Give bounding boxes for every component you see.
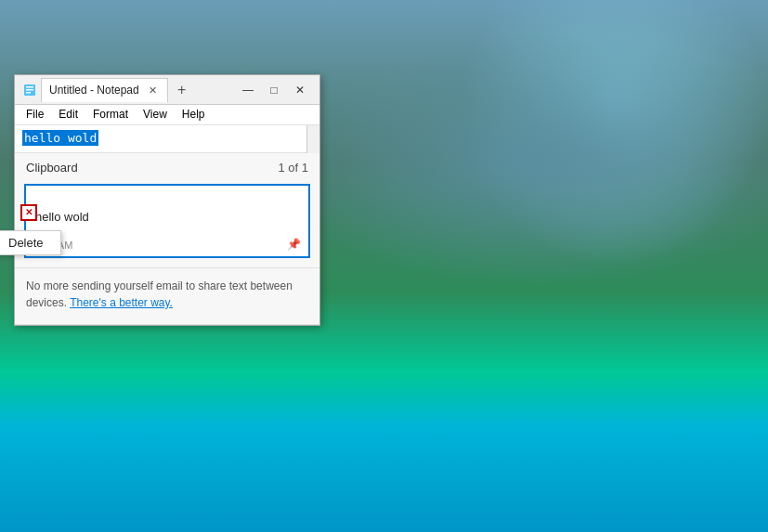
titlebar-tabs: Untitled - Notepad ✕ + [41, 78, 236, 102]
menu-edit[interactable]: Edit [51, 107, 85, 123]
menu-format[interactable]: Format [85, 107, 136, 123]
maximize-button[interactable]: □ [262, 78, 286, 102]
new-tab-button[interactable]: + [170, 78, 194, 102]
desktop: Untitled - Notepad ✕ + — □ ✕ File Edit F… [0, 0, 768, 532]
close-button[interactable]: ✕ [288, 78, 312, 102]
titlebar: Untitled - Notepad ✕ + — □ ✕ [15, 75, 319, 105]
svg-rect-1 [26, 86, 33, 88]
menu-view[interactable]: View [136, 107, 175, 123]
svg-rect-2 [26, 89, 33, 91]
window-icon [22, 83, 37, 97]
clipboard-items: ✕ Delete hello wold 8:50 AM 📌 [15, 178, 319, 267]
menu-help[interactable]: Help [175, 107, 213, 123]
delete-menu-item[interactable]: Delete [0, 231, 60, 254]
menu-file[interactable]: File [19, 107, 51, 123]
editor-area[interactable]: hello wold [15, 125, 319, 153]
clipboard-title: Clipboard [26, 161, 78, 175]
svg-rect-3 [26, 92, 31, 94]
minimize-button[interactable]: — [236, 78, 260, 102]
delete-context-menu: Delete [0, 230, 61, 255]
clipboard-count: 1 of 1 [278, 161, 308, 175]
editor-scrollbar[interactable] [306, 125, 319, 153]
clip-item-text: hello wold [35, 210, 299, 224]
tab-close-button[interactable]: ✕ [147, 84, 160, 97]
clip-delete-button[interactable]: ✕ [20, 204, 37, 221]
menubar: File Edit Format View Help [15, 105, 319, 125]
tab-title-label: Untitled - Notepad [49, 84, 139, 97]
delete-x-icon: ✕ [25, 208, 33, 217]
selected-text: hello wold [22, 130, 98, 146]
promo-link[interactable]: There's a better way. [70, 296, 173, 309]
clipboard-panel: Clipboard 1 of 1 ✕ Delete hello [15, 153, 319, 325]
pin-icon[interactable]: 📌 [287, 238, 301, 251]
clipboard-promo: No more sending yourself email to share … [15, 267, 319, 324]
notepad-window: Untitled - Notepad ✕ + — □ ✕ File Edit F… [14, 74, 320, 326]
clipboard-header: Clipboard 1 of 1 [15, 153, 319, 178]
editor-area-wrapper: hello wold [15, 125, 319, 153]
clipboard-item[interactable]: ✕ Delete hello wold 8:50 AM 📌 [24, 184, 310, 258]
active-tab[interactable]: Untitled - Notepad ✕ [41, 78, 168, 102]
window-controls: — □ ✕ [236, 78, 312, 102]
